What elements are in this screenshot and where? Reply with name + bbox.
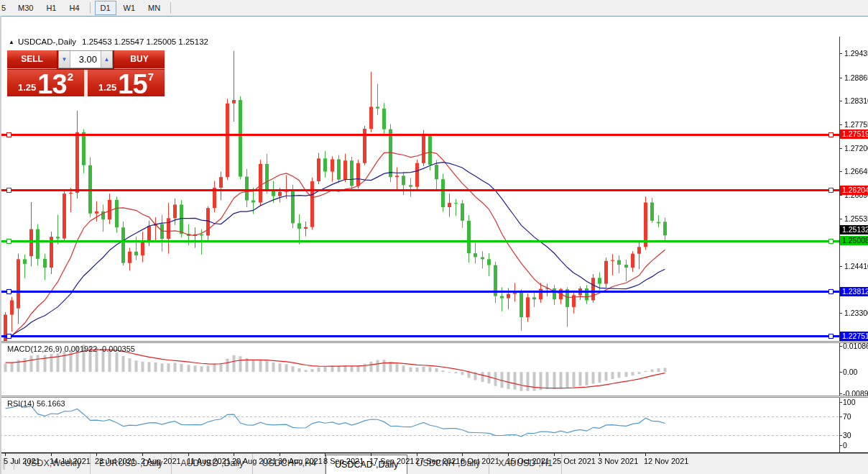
price-axis-line[interactable] xyxy=(839,37,840,452)
time-axis-line xyxy=(0,452,868,453)
rsi-tick-label: 100 xyxy=(843,398,856,406)
panel-splitter-macd[interactable] xyxy=(0,341,868,343)
rsi-tick-label: 30 xyxy=(843,431,851,439)
panel-splitter-rsi[interactable] xyxy=(0,396,868,398)
timeframe-button-mn[interactable]: MN xyxy=(142,1,166,15)
chart-title: ▲USDCAD-,Daily1.25453 1.25547 1.25005 1.… xyxy=(9,37,208,46)
chart-ohlc-values: 1.25453 1.25547 1.25005 1.25132 xyxy=(82,37,208,46)
sell-price-display[interactable]: 1.25132 xyxy=(7,70,84,96)
price-tick-label: 1.26645 xyxy=(844,167,868,176)
sell-price-base: 1.25 xyxy=(18,82,36,93)
tab-eurusd-daily[interactable]: EURUSD-,Daily xyxy=(91,454,172,474)
current-price-label: 1.25132 xyxy=(840,225,868,234)
hline-price-label: 1.23812 xyxy=(840,287,868,296)
price-tick-label: 1.27200 xyxy=(844,144,868,152)
macd-values: 0.001922 -0.000355 xyxy=(64,345,134,353)
macd-tick-label: 0.00 xyxy=(843,368,857,376)
sell-price-point: 2 xyxy=(68,70,73,83)
sell-price-pips: 13 xyxy=(37,73,66,95)
rsi-indicator-canvas[interactable] xyxy=(0,398,839,452)
tab-audusd-daily[interactable]: AUDUSD-,Daily xyxy=(172,454,253,474)
chart-symbol-label: USDCAD-,Daily xyxy=(18,37,76,46)
rsi-value: 56.1663 xyxy=(37,399,65,408)
volume-stepper: ▼ 3.00 ▲ xyxy=(58,50,113,68)
chart-window: ▲USDCAD-,Daily1.25453 1.25547 1.25005 1.… xyxy=(0,16,868,454)
rsi-tick-label: 70 xyxy=(843,412,851,421)
price-tick-label: 1.24410 xyxy=(844,262,868,270)
tab-usdx-weekly[interactable]: USDX,Weekly xyxy=(16,454,91,474)
one-click-trade-panel: SELL ▼ 3.00 ▲ BUY 1.25132 1.25157 xyxy=(7,50,165,96)
timeframe-button-h1[interactable]: H1 xyxy=(40,1,62,15)
tab-usdchf-h4[interactable]: USDCHF-,H4 xyxy=(253,454,326,474)
timeframe-button-w1[interactable]: W1 xyxy=(118,1,142,15)
hline-price-label: 1.25008 xyxy=(840,236,868,245)
toolbar-separator xyxy=(90,2,91,14)
price-tick-label: 1.23300 xyxy=(844,309,868,317)
buy-price-point: 7 xyxy=(148,70,154,83)
chart-tabs-bar: USDX,Weekly EURUSD-,Daily AUDUSD-,Daily … xyxy=(0,453,868,474)
volume-increase-icon[interactable]: ▲ xyxy=(101,51,112,68)
price-tick-label: 1.29435 xyxy=(844,49,868,58)
timeframe-button-m30[interactable]: M30 xyxy=(12,1,39,15)
buy-price-pips: 15 xyxy=(118,73,147,95)
buy-price-base: 1.25 xyxy=(98,82,116,93)
buy-button[interactable]: BUY xyxy=(114,50,165,69)
hline-price-label: 1.26204 xyxy=(840,186,868,195)
price-tick-label: 1.28865 xyxy=(844,73,868,82)
toolbar-separator xyxy=(170,2,171,14)
mt4-window: 5 M30 H1 H4 D1 W1 MN ▲USDCAD-,Daily1.254… xyxy=(0,0,868,474)
tab-usdcnh-daily[interactable]: USDCNH-,Daily xyxy=(407,454,489,474)
price-tick-label: 1.27755 xyxy=(844,120,868,129)
price-tick-label: 1.25535 xyxy=(844,214,868,223)
price-tick-label: 1.26090 xyxy=(844,191,868,199)
macd-indicator-label: MACD(12,26,9) 0.001922 -0.000355 xyxy=(7,345,135,353)
tab-usdcad-daily[interactable]: USDCAD-,Daily xyxy=(326,455,407,474)
timeframe-toolbar: 5 M30 H1 H4 D1 W1 MN xyxy=(0,0,868,17)
timeframe-button-h4[interactable]: H4 xyxy=(63,1,85,15)
volume-decrease-icon[interactable]: ▼ xyxy=(59,51,70,68)
price-tick-label: 1.28310 xyxy=(844,96,868,105)
tabs-grip[interactable] xyxy=(3,458,14,470)
hline-price-label: 1.22751 xyxy=(840,332,868,341)
sell-button[interactable]: SELL xyxy=(7,50,57,69)
rsi-tick-label: 0 xyxy=(843,441,847,450)
timeframe-button-m15[interactable]: 5 xyxy=(1,1,11,15)
collapse-arrow-icon[interactable]: ▲ xyxy=(9,39,14,45)
timeframe-button-d1[interactable]: D1 xyxy=(95,1,116,15)
window-left-edge xyxy=(0,16,1,474)
buy-price-display[interactable]: 1.25157 xyxy=(88,70,165,96)
volume-input[interactable]: 3.00 xyxy=(70,51,101,68)
tab-xauusd-h1[interactable]: XAUUSD-,H1 xyxy=(489,454,562,474)
rsi-indicator-label: RSI(14) 56.1663 xyxy=(7,399,65,408)
hline-price-label: 1.27519 xyxy=(840,129,868,139)
